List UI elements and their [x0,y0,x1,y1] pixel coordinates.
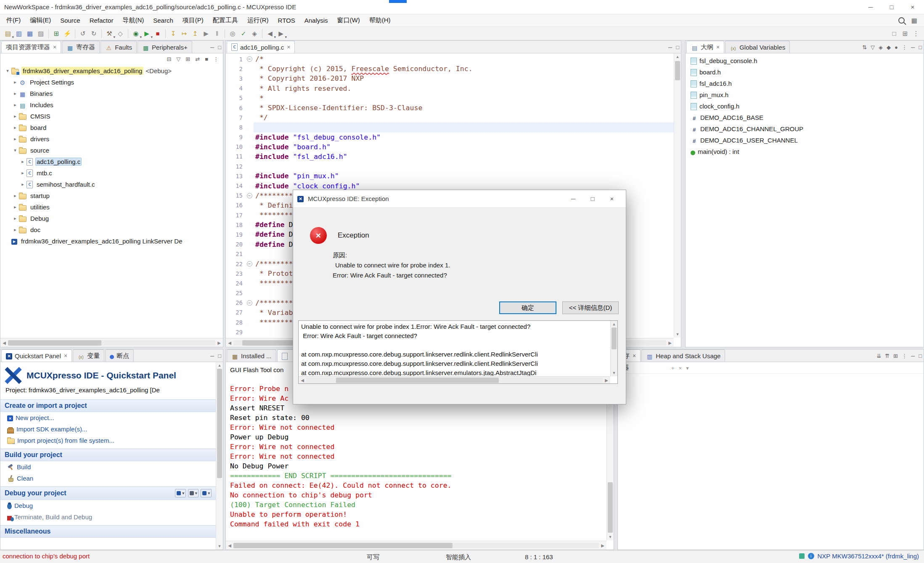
expand-arrow-icon[interactable]: ▸ [11,193,19,198]
code-line[interactable]: 10#include "board.h" [226,142,674,152]
maximize-view-icon[interactable]: □ [676,44,679,50]
code-line[interactable]: 9#include "fsl_debug_console.h" [226,132,674,142]
tree-item[interactable]: ▸drivers [0,133,223,145]
import-icon[interactable]: ⇊ [876,353,881,359]
code-line[interactable]: 3 * Copyright 2016-2017 NXP [226,74,674,83]
menu-item[interactable]: Search [148,14,178,26]
tab-quickstart[interactable]: Quickstart Panel× [1,349,72,362]
tab-breakpoints[interactable]: 断点 [105,349,134,362]
scroll-down-icon[interactable]: ▼ [674,331,681,338]
menu-item[interactable]: Analysis [300,14,333,26]
quick-access-icon[interactable]: ▦ [911,17,917,24]
tree-item[interactable]: ▸mtb.c [0,167,223,179]
expand-arrow-icon[interactable]: ▾ [11,148,19,153]
outline-item[interactable]: fsl_debug_console.h [686,55,924,66]
menu-item[interactable]: 帮助(H) [365,14,395,26]
close-tab-icon[interactable]: × [287,44,290,50]
scroll-down-icon[interactable]: ▼ [607,534,614,540]
quickstart-action[interactable]: Import SDK example(s)... [0,423,216,435]
menu-item[interactable]: RTOS [273,14,300,26]
view-menu-icon[interactable]: ⋮ [902,44,907,50]
scroll-thumb[interactable] [612,328,617,349]
open-element-icon[interactable]: ◈ [249,28,260,39]
details-hscrollbar[interactable]: ◀ ▶ [299,376,610,383]
scroll-right-icon[interactable]: ▶ [599,543,606,548]
mark-occurrences-icon[interactable]: ✓ [238,28,249,39]
tab-peripherals[interactable]: Peripherals+ [138,41,192,53]
maximize-view-icon[interactable]: □ [919,353,922,359]
filter-icon[interactable]: ▽ [176,56,180,62]
menu-item[interactable]: 运行(R) [243,14,273,26]
tab-heap-usage[interactable]: Heap and Stack Usage [641,349,725,362]
code-line[interactable]: 4 * All rights reserved. [226,84,674,93]
code-line[interactable]: 8 [226,122,674,132]
expand-arrow-icon[interactable]: ▸ [11,125,19,130]
link-with-editor-icon[interactable]: ⇄ [195,56,200,62]
outline-item[interactable]: board.h [686,66,924,78]
outline-item[interactable]: DEMO_ADC16_BASE [686,112,924,123]
ok-button[interactable]: 确定 [499,301,556,314]
quickstart-action[interactable]: Clean [0,473,216,484]
flash-icon[interactable]: ⚡ [62,28,73,39]
tab-console[interactable] [277,349,295,362]
step-return-icon[interactable]: ↥ [190,28,201,39]
view-menu-icon[interactable]: ⋮ [902,353,907,359]
filter-static-icon[interactable]: ◈ [879,44,883,50]
quickstart-action[interactable]: Terminate, Build and Debug [0,511,216,523]
minimize-view-icon[interactable]: ─ [668,44,672,50]
scroll-left-icon[interactable]: ◀ [0,341,8,345]
expand-arrow-icon[interactable]: ▸ [11,79,19,85]
dialog-details-box[interactable]: Unable to connect wire for probe index 1… [298,320,618,384]
close-tab-icon[interactable]: × [64,352,67,359]
maximize-view-icon[interactable]: □ [919,44,922,50]
quickstart-action[interactable]: Import project(s) from file system... [0,435,216,446]
debug-icon[interactable]: ◉ [130,28,141,39]
menu-item[interactable]: Refactor [85,14,118,26]
outline-item[interactable]: pin_mux.h [686,89,924,100]
close-button[interactable]: × [902,0,923,14]
code-line[interactable]: 6 * SPDX-License-Identifier: BSD-3-Claus… [226,103,674,113]
expand-arrow-icon[interactable]: ▸ [11,136,19,142]
suspend-icon[interactable]: ‖ [212,28,222,39]
new-wizard-icon[interactable]: ▤ [3,28,13,39]
build-icon[interactable]: ⚒ [104,28,115,39]
tree-item[interactable]: ▸Debug [0,213,223,224]
scroll-left-icon[interactable]: ◀ [299,378,306,383]
expand-arrow-icon[interactable]: ▾ [4,68,11,74]
code-line[interactable]: 1−/* [226,54,674,64]
print-icon[interactable]: ▨ [35,28,46,39]
menu-item[interactable]: 窗口(W) [333,14,365,26]
fold-icon[interactable]: − [247,300,252,306]
save-all-icon[interactable]: ▦ [24,28,35,39]
scroll-thumb[interactable] [608,482,613,533]
remove-monitor-icon[interactable]: × [679,365,682,371]
expand-arrow-icon[interactable]: ▸ [11,102,19,108]
remove-all-icon[interactable]: ▾ [686,365,689,371]
tree-item[interactable]: ▸adc16_polling.c [0,156,223,167]
minimize-view-icon[interactable]: ─ [911,353,915,359]
menu-item[interactable]: 编辑(E) [25,14,56,26]
expand-arrow-icon[interactable]: ▸ [11,227,19,233]
scroll-thumb[interactable] [8,340,101,346]
close-tab-icon[interactable]: × [633,352,636,359]
code-line[interactable]: 13#include "pin_mux.h" [226,171,674,181]
tree-item[interactable]: ▾source [0,145,223,156]
editor-layout-icon[interactable]: □ [889,28,900,39]
redo-icon[interactable]: ↻ [88,28,99,39]
dialog-titlebar[interactable]: MCUXpresso IDE: Exception ─ □ × [293,190,626,208]
code-line[interactable]: 7 */ [226,113,674,122]
tree-item[interactable]: ▸Includes [0,99,223,111]
menu-item[interactable]: 导航(N) [118,14,148,26]
fold-icon[interactable]: − [247,56,252,62]
scroll-down-icon[interactable]: ▼ [611,370,617,376]
sort-icon[interactable]: ⇅ [862,44,867,50]
add-monitor-icon[interactable]: + [671,365,675,371]
filter-nonpublic-icon[interactable]: ◆ [887,44,891,50]
tab-global-variables[interactable]: Global Variables [725,41,790,53]
debug-probe-secondary-dropdown[interactable]: ▾ [188,489,199,497]
scroll-thumb[interactable] [675,61,680,80]
step-into-icon[interactable]: ↧ [168,28,179,39]
tab-outline[interactable]: 大纲× [686,41,724,53]
dialog-close-button[interactable]: × [602,190,622,207]
outline-item[interactable]: DEMO_ADC16_CHANNEL_GROUP [686,123,924,135]
